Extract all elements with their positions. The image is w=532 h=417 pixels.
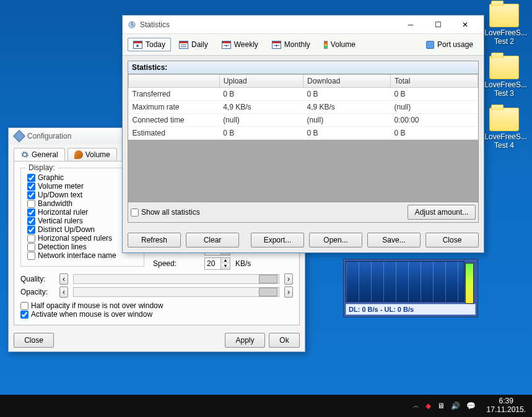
paint-icon xyxy=(74,150,83,159)
calendar-today-icon xyxy=(133,41,142,49)
statistics-window: Statistics ─ ☐ ✕ Today Daily Weekly Mont… xyxy=(122,15,484,253)
tab-label: Volume xyxy=(85,150,110,159)
opacity-slider[interactable] xyxy=(73,287,279,297)
folder-icon xyxy=(489,4,519,27)
slider-thumb[interactable] xyxy=(259,275,277,283)
tray-sound-icon[interactable]: 🔊 xyxy=(451,402,460,410)
tray-network-icon[interactable]: 🖥 xyxy=(437,402,445,410)
chk-bandwidth[interactable]: Bandwidth xyxy=(27,199,137,208)
adjust-amount-button[interactable]: Adjust amount... xyxy=(408,205,476,220)
config-title: Configuration xyxy=(27,132,71,140)
table-row: Connected time(null)(null)0:00:00 xyxy=(129,114,478,127)
tab-volume[interactable]: Volume xyxy=(68,148,117,161)
col-upload[interactable]: Upload xyxy=(219,75,303,88)
ok-button[interactable]: Ok xyxy=(269,333,300,348)
col-download[interactable]: Download xyxy=(303,75,390,88)
quality-left-button[interactable]: ‹ xyxy=(59,273,68,285)
icon-label: ILoveFreeS... Test 4 xyxy=(482,132,526,150)
table-row: Maximum rate4,9 KB/s4,9 KB/s(null) xyxy=(129,101,478,114)
network-graph xyxy=(346,261,464,302)
clear-button[interactable]: Clear xyxy=(186,233,239,247)
opacity-left-button[interactable]: ‹ xyxy=(59,286,68,298)
slider-thumb[interactable] xyxy=(259,288,277,296)
opacity-right-button[interactable]: › xyxy=(284,286,293,298)
chk-half-opacity[interactable]: Half opacity if mouse is not over window xyxy=(20,301,293,310)
clock-date: 17.11.2015. xyxy=(487,406,526,415)
config-buttonrow: Close Apply Ok xyxy=(9,329,305,351)
config-icon xyxy=(13,130,25,142)
chk-horizontal-ruler[interactable]: Horizontal ruler xyxy=(27,208,137,217)
opacity-row: Opacity:‹› xyxy=(20,286,293,298)
network-status-text: DL: 0 B/s - UL: 0 B/s xyxy=(346,304,476,315)
chk-graphic[interactable]: Graphic xyxy=(27,173,137,182)
quality-row: Quality:‹› xyxy=(20,273,293,285)
chk-updown-text[interactable]: Up/Down text xyxy=(27,191,137,199)
maximize-button[interactable]: ☐ xyxy=(424,16,451,33)
chk-horizontal-speed-rulers[interactable]: Horizonal speed rulers xyxy=(27,234,137,243)
tab-monthly[interactable]: Monthly xyxy=(266,38,316,51)
close-button[interactable]: ✕ xyxy=(451,16,479,33)
spin-up-icon[interactable]: ▲ xyxy=(220,258,230,264)
chk-detection-lines[interactable]: Detection lines xyxy=(27,243,137,251)
table-row: Transferred0 B0 B0 B xyxy=(129,88,478,101)
tray-notifications-icon[interactable]: 💬 xyxy=(466,402,476,410)
tab-daily[interactable]: Daily xyxy=(173,38,214,51)
chk-vertical-rulers[interactable]: Vertical rulers xyxy=(27,217,137,225)
tab-volume[interactable]: Volume xyxy=(318,38,361,51)
taskbar[interactable]: ︿ ◆ 🖥 🔊 💬 6:39 17.11.2015. xyxy=(0,395,532,417)
stats-toolbar: Today Daily Weekly Monthly Volume Port u… xyxy=(123,34,484,56)
calendar-daily-icon xyxy=(179,41,188,49)
refresh-button[interactable]: Refresh xyxy=(128,233,181,247)
chk-distinct-updown[interactable]: Distinct Up/Down xyxy=(27,225,137,234)
volume-bar-icon xyxy=(324,41,328,49)
stats-title: Statistics xyxy=(140,20,170,29)
icon-label: ILoveFreeS... Test 3 xyxy=(482,80,526,98)
display-legend: Display: xyxy=(26,163,58,172)
tab-today[interactable]: Today xyxy=(128,38,171,51)
gear-icon xyxy=(20,150,29,159)
folder-icon xyxy=(489,108,519,131)
save-button[interactable]: Save... xyxy=(367,233,421,247)
tab-weekly[interactable]: Weekly xyxy=(216,38,264,51)
col-total[interactable]: Total xyxy=(390,75,477,88)
stats-close-button[interactable]: Close xyxy=(425,233,479,247)
stats-panel: Statistics: UploadDownloadTotal Transfer… xyxy=(128,61,479,223)
taskbar-clock[interactable]: 6:39 17.11.2015. xyxy=(487,397,526,415)
speed-spinner[interactable]: 20▲▼ xyxy=(204,257,230,270)
calendar-monthly-icon xyxy=(272,41,281,49)
chk-show-all-statistics[interactable]: Show all statistics xyxy=(131,208,200,217)
stats-app-icon xyxy=(128,20,136,29)
icon-label: ILoveFreeS... Test 2 xyxy=(482,28,526,46)
network-monitor-widget[interactable]: DL: 0 B/s - UL: 0 B/s xyxy=(343,259,478,317)
spin-down-icon[interactable]: ▼ xyxy=(220,264,230,269)
apply-button[interactable]: Apply xyxy=(225,333,265,348)
port-icon xyxy=(426,41,434,49)
quality-right-button[interactable]: › xyxy=(284,273,293,285)
volume-meter-bar xyxy=(465,263,474,304)
tray-overflow-icon[interactable]: ︿ xyxy=(413,402,419,410)
clock-time: 6:39 xyxy=(487,397,526,406)
quality-slider[interactable] xyxy=(73,274,279,284)
tab-port-usage[interactable]: Port usage xyxy=(421,38,479,51)
desktop-folder-test3[interactable]: ILoveFreeS... Test 3 xyxy=(482,56,526,98)
open-button[interactable]: Open... xyxy=(309,233,362,247)
desktop-folder-test2[interactable]: ILoveFreeS... Test 2 xyxy=(482,4,526,46)
config-close-button[interactable]: Close xyxy=(14,333,54,348)
col-name[interactable] xyxy=(129,75,220,88)
tab-label: General xyxy=(32,150,58,159)
desktop-folder-test4[interactable]: ILoveFreeS... Test 4 xyxy=(482,108,526,150)
chk-volume-meter[interactable]: Volume meter xyxy=(27,182,137,191)
system-tray: ︿ ◆ 🖥 🔊 💬 6:39 17.11.2015. xyxy=(413,397,526,415)
stats-titlebar[interactable]: Statistics ─ ☐ ✕ xyxy=(123,15,484,34)
tray-app-icon[interactable]: ◆ xyxy=(425,402,431,410)
calendar-weekly-icon xyxy=(222,41,231,49)
stats-table: UploadDownloadTotal Transferred0 B0 B0 B… xyxy=(128,74,478,140)
row-speed: Speed:20▲▼KB/s xyxy=(153,257,263,270)
tab-general[interactable]: General xyxy=(14,148,65,161)
chk-network-interface-name[interactable]: Network interface name xyxy=(27,251,137,260)
export-button[interactable]: Export... xyxy=(251,233,304,247)
chk-activate-on-hover[interactable]: Activate when mouse is over window xyxy=(20,310,293,319)
table-row: Estimated0 B0 B0 B xyxy=(129,127,478,140)
minimize-button[interactable]: ─ xyxy=(397,16,424,33)
folder-icon xyxy=(489,56,519,79)
